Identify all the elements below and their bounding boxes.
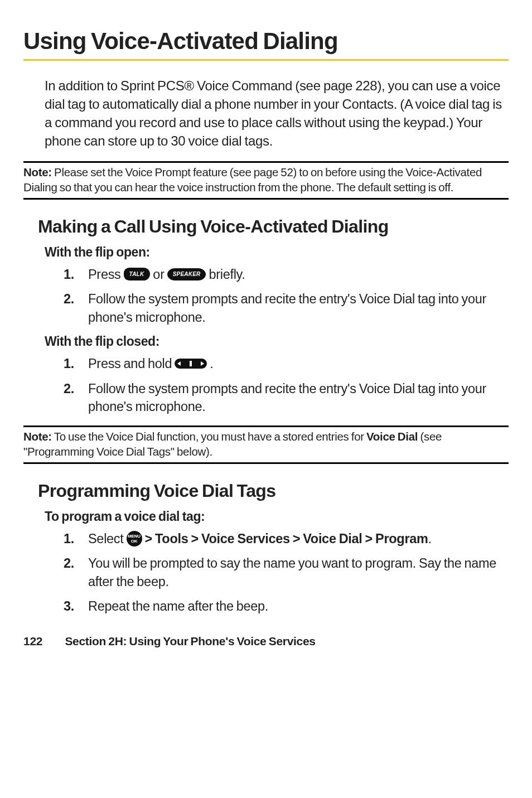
step-text-post: briefly. (209, 267, 245, 282)
step-text-post: . (428, 531, 432, 546)
step-number: 2. (64, 380, 74, 398)
subhead-flip-closed: With the flip closed: (45, 334, 509, 349)
step-text-pre: Press and hold (88, 356, 175, 371)
note-text: Please set the Voice Prompt feature (see… (23, 166, 482, 193)
list-item: 1. Press and hold . (64, 355, 509, 373)
step-number: 1. (64, 530, 74, 548)
subhead-flip-open: With the flip open: (45, 245, 509, 260)
steps-flip-open: 1. Press TALK or SPEAKER briefly. 2. Fol… (64, 265, 509, 326)
step-text-pre: Select (88, 531, 127, 546)
step-text-post: . (210, 356, 213, 371)
step-number: 1. (64, 265, 74, 283)
triangle-left-icon (177, 361, 181, 366)
step-number: 1. (64, 355, 74, 373)
step-text: You will be prompted to say the name you… (88, 556, 496, 588)
list-item: 2. Follow the system prompts and recite … (64, 380, 509, 416)
steps-flip-closed: 1. Press and hold . 2. Follow the system… (64, 355, 509, 415)
note-label: Note: (23, 166, 52, 178)
bar-icon (190, 361, 192, 366)
step-text: Follow the system prompts and recite the… (88, 292, 486, 324)
list-item: 3. Repeat the name after the beep. (64, 597, 509, 615)
talk-key-icon: TALK (124, 268, 151, 280)
note-text-pre: To use the Voice Dial function, you must… (52, 430, 366, 443)
step-text: Repeat the name after the beep. (88, 599, 268, 613)
subhead-program: To program a voice dial tag: (45, 509, 509, 524)
section-heading-programming: Programming Voice Dial Tags (38, 481, 509, 501)
step-number: 3. (64, 597, 74, 615)
page-number: 122 (23, 635, 42, 647)
intro-paragraph: In addition to Sprint PCS® Voice Command… (45, 76, 509, 150)
note-label: Note: (23, 430, 52, 443)
note-box-1: Note: Please set the Voice Prompt featur… (23, 161, 509, 199)
title-underline (23, 59, 509, 61)
menu-ok-key-icon: MENUOK (127, 531, 142, 546)
step-text-mid: or (153, 267, 167, 282)
speaker-key-icon: SPEAKER (167, 268, 206, 280)
menu-path: > Tools > Voice Services > Voice Dial > … (145, 531, 428, 546)
step-text-pre: Press (88, 267, 124, 282)
triangle-right-icon (201, 361, 204, 366)
list-item: 1. Select MENUOK > Tools > Voice Service… (64, 530, 509, 548)
list-item: 1. Press TALK or SPEAKER briefly. (64, 265, 509, 283)
page-footer: 122 Section 2H: Using Your Phone's Voice… (23, 635, 509, 648)
step-text: Follow the system prompts and recite the… (88, 381, 486, 414)
step-number: 2. (64, 290, 74, 308)
side-key-icon (175, 359, 207, 369)
steps-program: 1. Select MENUOK > Tools > Voice Service… (64, 530, 509, 616)
list-item: 2. Follow the system prompts and recite … (64, 290, 509, 326)
note-box-2: Note: To use the Voice Dial function, yo… (23, 425, 509, 463)
section-label: Section 2H: Using Your Phone's Voice Ser… (65, 635, 315, 647)
list-item: 2. You will be prompted to say the name … (64, 554, 509, 591)
section-heading-making-call: Making a Call Using Voice-Activated Dial… (38, 216, 509, 237)
page-title: Using Voice-Activated Dialing (23, 28, 509, 55)
note-bold: Voice Dial (366, 430, 418, 443)
step-number: 2. (64, 554, 74, 572)
